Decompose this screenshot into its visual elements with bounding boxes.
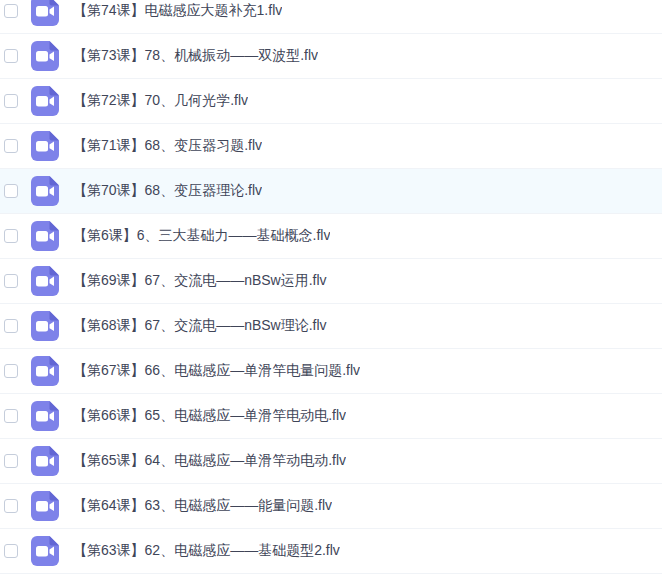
row-checkbox[interactable] <box>4 409 18 423</box>
file-name-link[interactable]: 【第6课】6、三大基础力——基础概念.flv <box>73 227 330 245</box>
row-checkbox[interactable] <box>4 364 18 378</box>
video-file-icon <box>31 221 59 251</box>
video-file-icon <box>31 176 59 206</box>
file-name-link[interactable]: 【第69课】67、交流电——nBSw运用.flv <box>73 272 327 290</box>
file-manager-screen: 【第74课】电磁感应大题补充1.flv 【第73课】78、机械振动——双波型.f… <box>0 0 662 585</box>
file-name-link[interactable]: 【第74课】电磁感应大题补充1.flv <box>73 2 282 20</box>
file-name-link[interactable]: 【第66课】65、电磁感应—单滑竿电动电.flv <box>73 407 346 425</box>
row-checkbox[interactable] <box>4 184 18 198</box>
file-list: 【第74课】电磁感应大题补充1.flv 【第73课】78、机械振动——双波型.f… <box>0 0 662 574</box>
video-file-icon <box>31 401 59 431</box>
row-checkbox[interactable] <box>4 4 18 18</box>
video-file-icon <box>31 266 59 296</box>
video-file-icon <box>31 536 59 566</box>
file-row[interactable]: 【第68课】67、交流电——nBSw理论.flv <box>0 304 662 349</box>
file-row[interactable]: 【第63课】62、电磁感应——基础题型2.flv <box>0 529 662 574</box>
file-name-link[interactable]: 【第64课】63、电磁感应——能量问题.flv <box>73 497 332 515</box>
file-name-link[interactable]: 【第73课】78、机械振动——双波型.flv <box>73 47 318 65</box>
row-checkbox[interactable] <box>4 229 18 243</box>
row-checkbox[interactable] <box>4 454 18 468</box>
video-file-icon <box>31 86 59 116</box>
video-file-icon <box>31 446 59 476</box>
row-checkbox[interactable] <box>4 544 18 558</box>
file-row[interactable]: 【第67课】66、电磁感应—单滑竿电量问题.flv <box>0 349 662 394</box>
video-file-icon <box>31 131 59 161</box>
row-checkbox[interactable] <box>4 274 18 288</box>
file-row[interactable]: 【第72课】70、几何光学.flv <box>0 79 662 124</box>
file-row[interactable]: 【第6课】6、三大基础力——基础概念.flv <box>0 214 662 259</box>
video-file-icon <box>31 491 59 521</box>
file-name-link[interactable]: 【第67课】66、电磁感应—单滑竿电量问题.flv <box>73 362 360 380</box>
video-file-icon <box>31 41 59 71</box>
file-row[interactable]: 【第74课】电磁感应大题补充1.flv <box>0 0 662 34</box>
file-row[interactable]: 【第66课】65、电磁感应—单滑竿电动电.flv <box>0 394 662 439</box>
video-file-icon <box>31 356 59 386</box>
file-name-link[interactable]: 【第72课】70、几何光学.flv <box>73 92 248 110</box>
row-checkbox[interactable] <box>4 94 18 108</box>
video-file-icon <box>31 0 59 26</box>
file-row[interactable]: 【第65课】64、电磁感应—单滑竿动电动.flv <box>0 439 662 484</box>
file-name-link[interactable]: 【第70课】68、变压器理论.flv <box>73 182 262 200</box>
file-name-link[interactable]: 【第68课】67、交流电——nBSw理论.flv <box>73 317 327 335</box>
file-row[interactable]: 【第71课】68、变压器习题.flv <box>0 124 662 169</box>
file-row[interactable]: 【第73课】78、机械振动——双波型.flv <box>0 34 662 79</box>
file-name-link[interactable]: 【第71课】68、变压器习题.flv <box>73 137 262 155</box>
row-checkbox[interactable] <box>4 319 18 333</box>
file-name-link[interactable]: 【第65课】64、电磁感应—单滑竿动电动.flv <box>73 452 346 470</box>
row-checkbox[interactable] <box>4 499 18 513</box>
video-file-icon <box>31 311 59 341</box>
file-row[interactable]: 【第64课】63、电磁感应——能量问题.flv <box>0 484 662 529</box>
file-row[interactable]: 【第70课】68、变压器理论.flv <box>0 169 662 214</box>
row-checkbox[interactable] <box>4 139 18 153</box>
file-name-link[interactable]: 【第63课】62、电磁感应——基础题型2.flv <box>73 542 340 560</box>
file-row[interactable]: 【第69课】67、交流电——nBSw运用.flv <box>0 259 662 304</box>
row-checkbox[interactable] <box>4 49 18 63</box>
